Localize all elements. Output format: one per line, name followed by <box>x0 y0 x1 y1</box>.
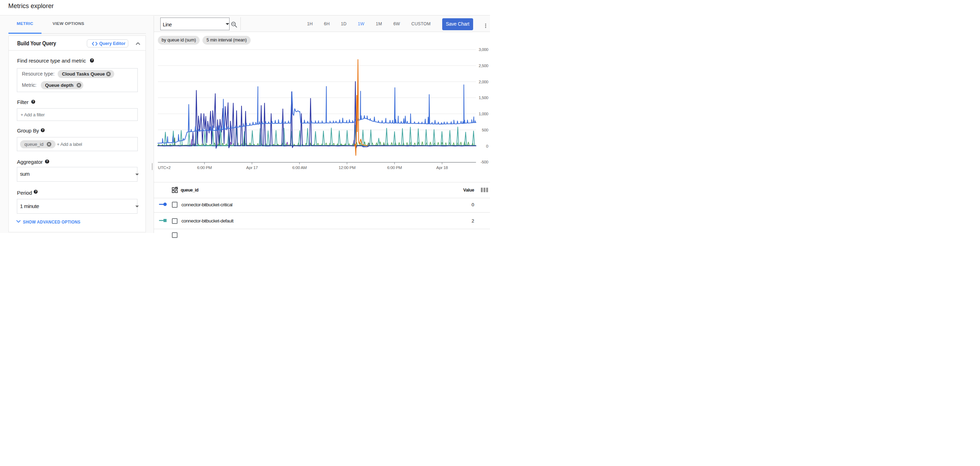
svg-text:6:00 PM: 6:00 PM <box>197 165 212 170</box>
svg-text:1,500: 1,500 <box>479 95 488 100</box>
svg-text:-500: -500 <box>480 159 488 164</box>
svg-text:1,000: 1,000 <box>479 111 488 116</box>
svg-text:Apr 17: Apr 17 <box>246 165 258 170</box>
svg-text:500: 500 <box>482 127 488 132</box>
svg-text:6:00 PM: 6:00 PM <box>387 165 402 170</box>
svg-text:3,000: 3,000 <box>479 47 488 52</box>
svg-text:Apr 18: Apr 18 <box>436 165 448 170</box>
svg-text:0: 0 <box>486 144 488 149</box>
svg-text:2,500: 2,500 <box>479 63 488 68</box>
svg-text:2,000: 2,000 <box>479 80 488 84</box>
svg-text:6:00 AM: 6:00 AM <box>292 165 307 170</box>
svg-text:12:00 PM: 12:00 PM <box>339 165 355 170</box>
svg-text:UTC+2: UTC+2 <box>158 165 170 170</box>
